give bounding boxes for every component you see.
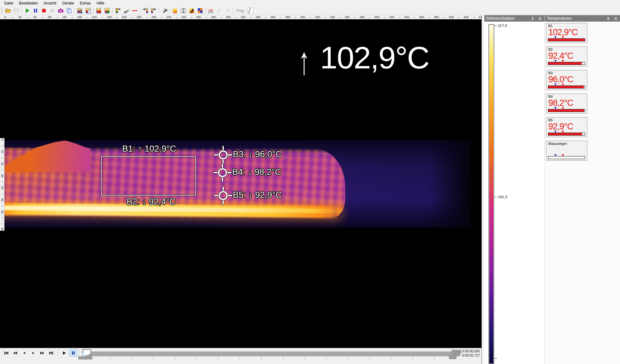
ruler-vertical: 0163248648096120 bbox=[0, 138, 5, 231]
settings-tools-icon[interactable] bbox=[160, 7, 169, 15]
toolbar: Flag bbox=[0, 6, 620, 15]
pause-button[interactable] bbox=[69, 349, 77, 357]
measure-distance-icon[interactable] bbox=[207, 7, 215, 15]
toolbar-separator bbox=[112, 7, 113, 14]
ruler-label: 200 bbox=[151, 15, 157, 19]
skip-to-start-button[interactable] bbox=[2, 349, 10, 357]
main-area: 0204060801001201401601802002202402602803… bbox=[0, 15, 620, 364]
step-forward-button[interactable] bbox=[29, 349, 37, 357]
scale-tick bbox=[494, 358, 497, 359]
temperature-box-mauszeiger[interactable]: Mauszeiger: bbox=[546, 141, 587, 161]
isotherm-dashes-icon[interactable] bbox=[130, 7, 139, 15]
palette-select-icon[interactable] bbox=[114, 7, 122, 15]
temperature-box-b1[interactable]: B1102,9°C bbox=[546, 23, 587, 43]
ruler-label: 180 bbox=[136, 15, 142, 19]
ruler-label: 340 bbox=[255, 15, 261, 19]
pin-icon[interactable] bbox=[606, 16, 611, 21]
ruler-label: 480 bbox=[359, 15, 365, 19]
temperature-bar bbox=[548, 109, 585, 112]
menu-bearbeiten[interactable]: Bearbeiten bbox=[16, 0, 41, 6]
thermal-canvas[interactable]: 0163248648096120 ↑ 102,9°C B1: ↑ 102,9°C… bbox=[0, 19, 481, 348]
ruler-label: 220 bbox=[166, 15, 171, 19]
ruler-label: 360 bbox=[270, 15, 276, 19]
ruler-label: 0 bbox=[1, 137, 4, 142]
menu-bar: DateiBearbeitenAnsichtGeräteExtrasHilfe bbox=[0, 0, 620, 6]
timeline-track[interactable] bbox=[90, 351, 460, 356]
ruler-label: 380 bbox=[285, 15, 291, 19]
measure-area-rectangle[interactable] bbox=[101, 156, 196, 196]
image-play-icon[interactable] bbox=[103, 7, 111, 15]
pin-icon[interactable] bbox=[530, 16, 535, 21]
ruler-label: 100 bbox=[77, 15, 82, 19]
toolbar-grip-handle[interactable] bbox=[1, 7, 3, 14]
menu-gerate[interactable]: Geräte bbox=[59, 0, 77, 6]
reference-bar-header: Referenzbalken bbox=[484, 15, 544, 22]
rewind-button[interactable] bbox=[11, 349, 19, 357]
ruler-label: 240 bbox=[181, 15, 186, 19]
pause-capture-icon[interactable] bbox=[31, 7, 40, 15]
copy-icon[interactable] bbox=[65, 7, 73, 15]
play-button[interactable] bbox=[60, 349, 68, 357]
measure-point-B4[interactable] bbox=[213, 164, 232, 182]
scale-shift-left-icon[interactable] bbox=[150, 7, 158, 15]
timeline-end-marker-foot[interactable] bbox=[449, 355, 456, 359]
auto-scale-icon[interactable] bbox=[179, 7, 188, 15]
pattern-view-icon[interactable] bbox=[196, 7, 204, 15]
record-icon bbox=[48, 7, 57, 15]
ruler-label: 64 bbox=[1, 185, 4, 190]
menu-datei[interactable]: Datei bbox=[1, 0, 16, 6]
menu-hilfe[interactable]: Hilfe bbox=[94, 0, 107, 6]
image-record-icon[interactable] bbox=[95, 7, 103, 15]
temperature-bar bbox=[548, 86, 585, 88]
pan-hand-2-icon bbox=[223, 7, 232, 15]
fast-forward-button[interactable] bbox=[38, 349, 46, 357]
palette-preview-icon[interactable] bbox=[171, 7, 179, 15]
flag-button[interactable]: Flag bbox=[234, 7, 246, 15]
ruler-label: 560 bbox=[419, 15, 424, 19]
open-file-icon[interactable] bbox=[4, 7, 12, 15]
toolbar-separator bbox=[74, 7, 75, 14]
reference-bar-title: Referenzbalken bbox=[486, 16, 528, 21]
snapshot-icon[interactable] bbox=[57, 7, 65, 15]
reference-color-scale[interactable] bbox=[489, 24, 494, 364]
step-back-button[interactable] bbox=[20, 349, 28, 357]
stop-capture-icon[interactable] bbox=[40, 7, 48, 15]
ruler-label: 120 bbox=[1, 228, 4, 233]
image-zoom-icon[interactable] bbox=[76, 7, 84, 15]
menu-ansicht[interactable]: Ansicht bbox=[41, 0, 59, 6]
scale-tick bbox=[494, 25, 497, 26]
max-temperature-value: 102,9°C bbox=[320, 41, 429, 75]
area-label-B2: B2: ↓ 92,4°C bbox=[127, 197, 176, 207]
play-capture-icon[interactable] bbox=[23, 7, 31, 15]
temperature-box-b4[interactable]: B498,2°C bbox=[546, 94, 587, 114]
reference-bar-panel: Referenzbalken 117,3101,2 bbox=[484, 15, 544, 364]
temperature-value: 92,9°C bbox=[548, 122, 585, 131]
close-icon[interactable] bbox=[613, 16, 618, 21]
measure-point-B5[interactable] bbox=[214, 187, 232, 205]
image-tools-icon[interactable] bbox=[188, 7, 196, 15]
temperature-box-b2[interactable]: B292,4°C bbox=[546, 46, 587, 66]
point-label-B5: B5: ↓ 92,9°C bbox=[233, 190, 282, 200]
measure-point-B3[interactable] bbox=[214, 146, 232, 164]
time-total: 0:00:02,727 bbox=[462, 353, 480, 358]
ruler-label: 120 bbox=[92, 15, 97, 19]
temperature-bar bbox=[548, 156, 585, 159]
temperature-bar bbox=[548, 133, 585, 136]
temperature-value: 102,9°C bbox=[548, 28, 585, 37]
image-copy-icon[interactable] bbox=[84, 7, 92, 15]
scale-shift-right-icon[interactable] bbox=[141, 7, 150, 15]
profile-line-icon[interactable] bbox=[246, 7, 254, 15]
skip-to-end-button[interactable] bbox=[47, 349, 55, 357]
close-icon[interactable] bbox=[538, 16, 542, 21]
temperatures-list: B1102,9°CB292,4°CB396,0°CB498,2°CB592,9°… bbox=[545, 22, 620, 364]
ruler-label: 0 bbox=[4, 15, 6, 19]
color-curves-icon[interactable] bbox=[122, 7, 130, 15]
menu-extras[interactable]: Extras bbox=[77, 0, 94, 6]
ruler-label: 420 bbox=[315, 15, 320, 19]
temperature-box-b5[interactable]: B592,9°C bbox=[546, 117, 587, 137]
reference-bar-body: 117,3101,2 bbox=[484, 22, 544, 364]
point-label-B4: B4: ↓ 98,2°C bbox=[232, 167, 281, 177]
panel-splitter[interactable] bbox=[482, 15, 484, 364]
up-arrow-icon: ↑ bbox=[298, 41, 309, 81]
temperature-box-b3[interactable]: B396,0°C bbox=[546, 70, 587, 90]
